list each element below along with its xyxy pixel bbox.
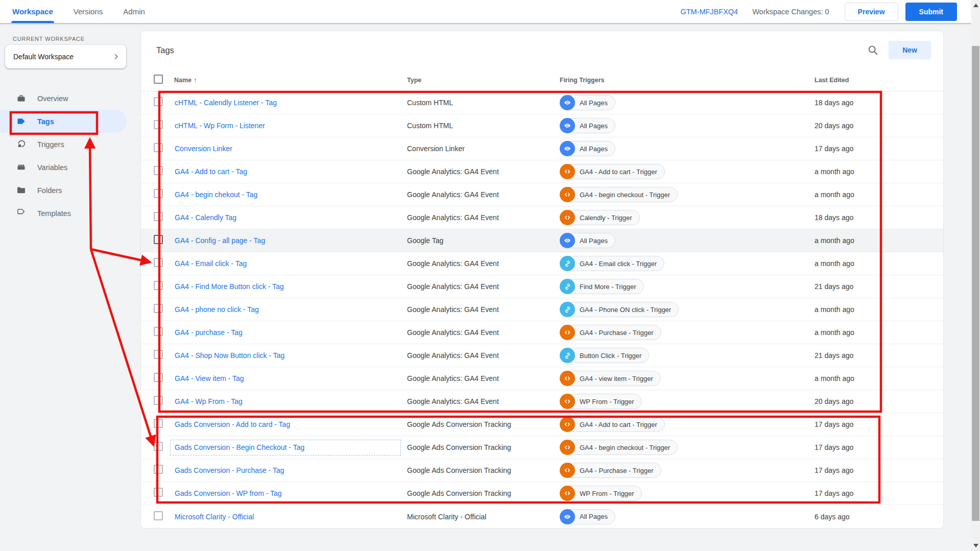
new-tag-button[interactable]: New [889,41,931,59]
row-checkbox[interactable] [154,419,163,428]
tag-name-link[interactable]: Gads Conversion - Add to card - Tag [175,420,290,428]
tag-type: Google Analytics: GA4 Event [407,328,560,337]
firing-trigger-badge[interactable]: GA4 - Add to cart - Trigger [560,164,665,179]
page-scrollbar[interactable] [971,0,980,551]
sidebar-item-variables[interactable]: Variables [0,156,127,179]
tag-name-link[interactable]: GA4 - Find More Button click - Tag [175,282,284,291]
tag-name-link[interactable]: Microsoft Clarity - Official [175,513,254,521]
last-edited: a month ago [815,328,943,337]
firing-trigger-badge[interactable]: All Pages [560,95,615,110]
firing-trigger-badge[interactable]: Find More - Trigger [560,279,644,294]
firing-trigger-badge[interactable]: All Pages [560,233,615,248]
firing-trigger-badge[interactable]: GA4 - Purchase - Trigger [560,325,661,340]
firing-trigger-badge[interactable]: GA4 - Add to cart - Trigger [560,417,665,432]
row-checkbox[interactable] [154,120,163,129]
column-header-name[interactable]: Name↑ [174,77,407,84]
tag-name-link[interactable]: cHTML - Wp Form - Listener [175,122,265,130]
scrollbar-down-arrow[interactable] [971,541,980,550]
tag-name-link[interactable]: GA4 - Config - all page - Tag [175,236,265,245]
tag-name-link[interactable]: GA4 - View item - Tag [175,374,244,382]
table-row: GA4 - Add to cart - Tag Google Analytics… [141,160,943,183]
tab-versions[interactable]: Versions [73,0,104,23]
row-checkbox[interactable] [154,97,163,106]
firing-trigger-badge[interactable]: GA4 - Email click - Trigger [560,256,664,271]
row-checkbox[interactable] [154,281,163,290]
tag-type: Conversion Linker [407,145,560,153]
tag-name-link[interactable]: Conversion Linker [175,145,232,153]
firing-trigger-badge[interactable]: WP From - Trigger [560,486,642,501]
row-checkbox[interactable] [154,350,163,359]
firing-trigger-badge[interactable]: GA4 - Purchase - Trigger [560,463,661,478]
workspace-name: Default Workspace [13,53,74,61]
search-icon[interactable] [862,39,883,61]
submit-button[interactable]: Submit [905,3,957,21]
firing-trigger-badge[interactable]: WP From - Trigger [560,394,642,409]
table-row: GA4 - phone no click - Tag Google Analyt… [141,298,943,321]
container-id-link[interactable]: GTM-MFJBFXQ4 [680,8,738,16]
column-header-firing-triggers[interactable]: Firing Triggers [560,77,815,84]
trigger-icon [15,139,27,150]
firing-trigger-badge[interactable]: GA4 - begin checkout - Trigger [560,440,678,455]
row-checkbox[interactable] [154,189,163,198]
tag-name-cell: GA4 - begin chekout - Tag [170,187,401,203]
tag-name-link[interactable]: GA4 - phone no click - Tag [175,305,259,314]
trigger-label: All Pages [580,513,608,520]
table-body: cHTML - Calendly Listener - Tag Custom H… [141,91,943,528]
tag-name-link[interactable]: GA4 - Shop Now Button click - Tag [175,351,284,360]
folder-icon [15,185,27,196]
table-row: Conversion Linker Conversion Linker All … [141,137,943,160]
row-checkbox[interactable] [154,212,163,221]
row-checkbox[interactable] [154,511,163,520]
tag-name-link[interactable]: GA4 - Add to cart - Tag [175,167,247,176]
tag-name-link[interactable]: Gads Conversion - Begin Checkout - Tag [175,443,304,451]
row-checkbox[interactable] [154,143,163,152]
sidebar-item-overview[interactable]: Overview [0,87,127,110]
tag-type: Google Analytics: GA4 Event [407,305,560,314]
scrollbar-thumb[interactable] [972,46,979,521]
row-checkbox[interactable] [154,235,163,244]
tag-name-link[interactable]: cHTML - Calendly Listener - Tag [175,99,277,107]
firing-trigger-badge[interactable]: Button Click - Trigger [560,348,649,363]
firing-trigger-badge[interactable]: All Pages [560,141,615,156]
trigger-type-icon [560,348,575,363]
tag-name-link[interactable]: GA4 - begin chekout - Tag [175,190,257,199]
row-checkbox[interactable] [154,488,163,497]
row-checkbox[interactable] [154,396,163,405]
column-header-type[interactable]: Type [407,77,560,84]
firing-trigger-badge[interactable]: GA4 - begin checkout - Trigger [560,187,678,202]
preview-button[interactable]: Preview [845,3,898,21]
tab-admin[interactable]: Admin [122,0,146,23]
tag-name-link[interactable]: GA4 - Email click - Tag [175,259,247,268]
sidebar-item-templates[interactable]: Templates [0,202,127,225]
firing-trigger-badge[interactable]: GA4 - view item - Trigger [560,371,661,386]
firing-trigger-badge[interactable]: All Pages [560,509,615,524]
trigger-label: WP From - Trigger [580,490,634,497]
tag-name-link[interactable]: GA4 - Wp From - Tag [175,397,243,405]
row-checkbox[interactable] [154,442,163,451]
sidebar-item-tags[interactable]: Tags [0,110,127,133]
tag-name-link[interactable]: GA4 - Calendly Tag [175,213,236,222]
tag-name-link[interactable]: Gads Conversion - Purchase - Tag [175,466,284,474]
firing-trigger-badge[interactable]: Calendly - Trigger [560,210,640,225]
tag-type: Custom HTML [407,122,560,130]
sidebar-item-triggers[interactable]: Triggers [0,133,127,156]
firing-trigger-badge[interactable]: GA4 - Phone ON click - Trigger [560,302,679,317]
scrollbar-up-arrow[interactable] [971,1,980,10]
row-checkbox[interactable] [154,258,163,267]
select-all-checkbox[interactable] [154,75,163,84]
row-checkbox[interactable] [154,465,163,474]
row-checkbox[interactable] [154,327,163,336]
row-checkbox[interactable] [154,373,163,382]
trigger-type-icon [560,210,575,225]
row-checkbox[interactable] [154,304,163,313]
workspace-selector[interactable]: Default Workspace [5,45,126,68]
firing-trigger-badge[interactable]: All Pages [560,118,615,133]
tag-name-cell: Gads Conversion - Add to card - Tag [170,417,401,433]
column-header-last-edited[interactable]: Last Edited [815,77,943,84]
last-edited: 6 days ago [815,513,943,521]
sidebar-item-folders[interactable]: Folders [0,179,127,202]
tag-name-link[interactable]: GA4 - purchase - Tag [175,328,243,337]
row-checkbox[interactable] [154,166,163,175]
tab-workspace[interactable]: Workspace [11,0,54,23]
tag-name-link[interactable]: Gads Conversion - WP from - Tag [175,489,282,497]
